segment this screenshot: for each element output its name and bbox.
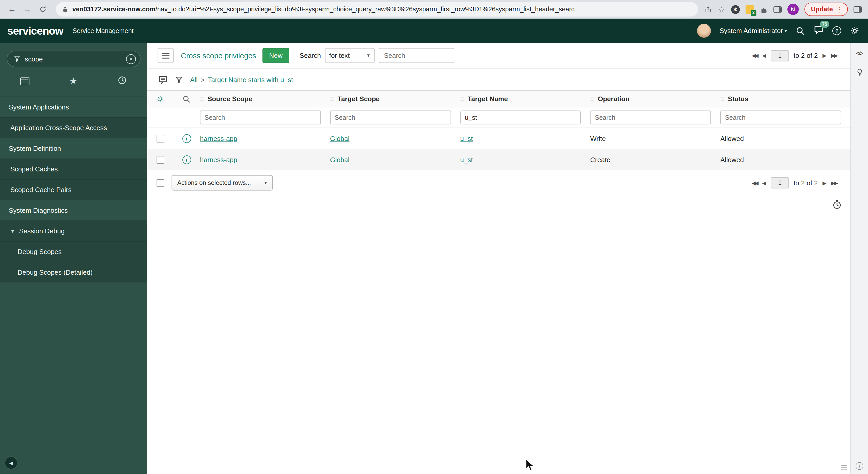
tab-all-applications[interactable] — [20, 77, 29, 85]
column-menu-icon: ≡ — [330, 95, 334, 103]
navigator-filter-input[interactable] — [25, 55, 122, 63]
browser-back-button[interactable]: ← — [5, 3, 19, 16]
sidebar-item-label: Session Debug — [19, 227, 65, 235]
browser-profile-avatar[interactable]: N — [787, 4, 799, 15]
browser-forward-button[interactable]: → — [21, 3, 34, 16]
select-all-checkbox[interactable] — [157, 179, 164, 187]
lightbulb-icon[interactable] — [855, 68, 864, 77]
extensions-puzzle-icon[interactable] — [760, 5, 768, 13]
update-button[interactable]: Update ⋮ — [804, 3, 848, 16]
column-search-input-source-scope[interactable] — [200, 110, 321, 125]
header-search-icon[interactable] — [796, 26, 805, 35]
next-page-button[interactable]: ▶ — [823, 53, 827, 58]
target-scope-link[interactable]: Global — [330, 135, 349, 142]
activity-stream-icon[interactable] — [158, 75, 168, 84]
share-icon[interactable] — [705, 5, 712, 13]
sidebar-item-system-definition[interactable]: System Definition — [0, 138, 147, 159]
clear-icon: × — [129, 56, 133, 62]
extension-icon[interactable]: ✱ — [731, 5, 740, 14]
browser-reload-button[interactable] — [36, 3, 50, 16]
list-footer: Actions on selected rows... ▼ ◀◀ ◀ to 2 … — [147, 170, 850, 195]
sidebar-item-label: System Applications — [9, 103, 69, 111]
page-number-input[interactable] — [771, 50, 789, 61]
sidebar-item-session-debug[interactable]: ▼Session Debug — [0, 221, 147, 241]
tab-favorites[interactable]: ★ — [69, 76, 78, 86]
previous-page-button[interactable]: ◀ — [762, 53, 766, 58]
column-search-input-operation[interactable] — [590, 110, 711, 125]
table-row: i harness-app Global u_st Write Allowed — [147, 128, 850, 149]
search-type-select[interactable]: for text ▼ — [325, 48, 375, 63]
row-checkbox[interactable] — [156, 156, 164, 163]
settings-gear-icon[interactable] — [850, 26, 860, 36]
help-icon[interactable]: ? — [832, 26, 841, 35]
right-utility-strip: </> i — [850, 43, 868, 474]
page-number-input[interactable] — [771, 177, 789, 189]
filter-box[interactable]: × — [7, 50, 141, 67]
breadcrumb: All > Target Name starts with u_st — [190, 75, 293, 84]
list-title-link[interactable]: Cross scope privileges — [181, 52, 256, 60]
column-search-input-target-name[interactable] — [460, 110, 581, 125]
record-info-icon[interactable]: i — [182, 155, 191, 164]
browser-address-bar[interactable]: ven03172.service-now.com/nav_to.do?uri=%… — [56, 2, 698, 16]
operation-text: Write — [590, 135, 720, 142]
breadcrumb-condition-link[interactable]: Target Name starts with u_st — [208, 76, 293, 83]
column-menu-icon: ≡ — [720, 95, 724, 103]
target-name-link[interactable]: u_st — [460, 135, 473, 142]
sidebar-item-system-applications[interactable]: System Applications — [0, 97, 147, 117]
status-text: Allowed — [720, 135, 850, 142]
list-context-menu-button[interactable] — [158, 48, 174, 63]
info-icon[interactable]: i — [856, 462, 863, 470]
clock-icon — [118, 75, 127, 85]
sidebar-collapse-button[interactable]: ◀ — [5, 456, 18, 469]
source-scope-link[interactable]: harness-app — [200, 156, 238, 163]
record-info-icon[interactable]: i — [182, 134, 191, 143]
column-header-operation[interactable]: ≡Operation — [590, 95, 720, 103]
bookmark-star-icon[interactable]: ☆ — [718, 4, 725, 14]
source-scope-link[interactable]: harness-app — [200, 135, 238, 142]
column-header-target-name[interactable]: ≡Target Name — [460, 95, 590, 103]
column-search-input-status[interactable] — [720, 110, 841, 125]
split-view-icon[interactable] — [773, 6, 781, 13]
next-page-button[interactable]: ▶ — [823, 180, 827, 185]
sidebar-item-debug-scopes[interactable]: Debug Scopes — [0, 241, 147, 262]
breadcrumb-all-link[interactable]: All — [190, 76, 197, 83]
first-page-button[interactable]: ◀◀ — [752, 180, 758, 185]
header-actions: System Administrator ▾ 75 ? — [697, 24, 860, 38]
response-time-icon[interactable] — [832, 199, 842, 210]
column-header-target-scope[interactable]: ≡Target Scope — [330, 95, 460, 103]
user-menu[interactable]: System Administrator ▾ — [719, 27, 787, 35]
column-search-input-target-scope[interactable] — [330, 110, 451, 125]
last-page-button[interactable]: ▶▶ — [831, 53, 837, 58]
sidebar-item-application-cross-scope-access[interactable]: Application Cross-Scope Access — [0, 117, 147, 138]
screen: ← → ven03172.service-now.com/nav_to.do?u… — [0, 0, 868, 474]
first-page-button[interactable]: ◀◀ — [752, 53, 758, 58]
column-header-source-scope[interactable]: ≡Source Scope — [200, 95, 330, 103]
url-path: /nav_to.do?uri=%2Fsys_scope_privilege_li… — [156, 6, 580, 13]
actions-select[interactable]: Actions on selected rows... ▼ — [172, 175, 273, 191]
last-page-button[interactable]: ▶▶ — [831, 180, 837, 185]
sidebar-item-system-diagnostics[interactable]: System Diagnostics — [0, 200, 147, 221]
new-record-button[interactable]: New — [262, 48, 289, 63]
column-search-toggle-button[interactable] — [173, 95, 200, 103]
previous-page-button[interactable]: ◀ — [762, 180, 766, 185]
browser-chrome: ← → ven03172.service-now.com/nav_to.do?u… — [0, 0, 868, 19]
browser-menu-icon: ⋮ — [836, 5, 843, 13]
sidebar-item-scoped-cache-pairs[interactable]: Scoped Cache Pairs — [0, 179, 147, 200]
extension-icon-yellow[interactable]: 3 — [745, 5, 754, 14]
notifications-button[interactable]: 75 — [814, 25, 824, 37]
filter-builder-icon[interactable] — [175, 75, 183, 84]
sidebar-item-scoped-caches[interactable]: Scoped Caches — [0, 159, 147, 179]
column-header-status[interactable]: ≡Status — [720, 95, 850, 103]
side-panel-icon[interactable] — [854, 6, 862, 13]
personalize-list-button[interactable] — [147, 95, 173, 103]
clear-filter-button[interactable]: × — [126, 54, 136, 64]
url-text: ven03172.service-now.com/nav_to.do?uri=%… — [72, 6, 580, 13]
sidebar-item-debug-scopes-detailed[interactable]: Debug Scopes (Detailed) — [0, 262, 147, 282]
row-checkbox[interactable] — [156, 135, 164, 142]
code-icon[interactable]: </> — [856, 50, 863, 56]
target-scope-link[interactable]: Global — [330, 156, 349, 163]
target-name-link[interactable]: u_st — [460, 156, 473, 163]
tab-history[interactable] — [118, 75, 127, 87]
user-avatar[interactable] — [697, 24, 711, 38]
list-search-input[interactable] — [379, 48, 454, 63]
